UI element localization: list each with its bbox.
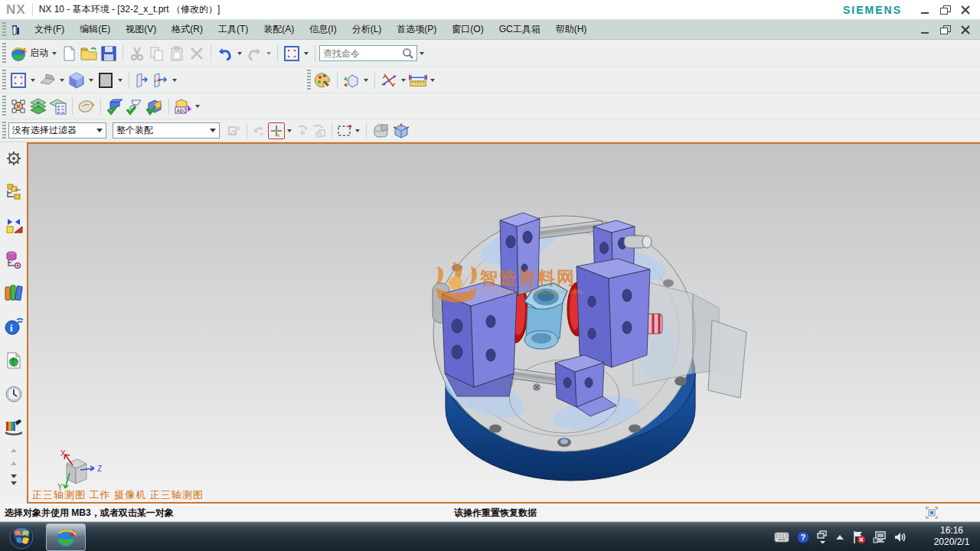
rectangle-select-dropdown-arrow[interactable] [355, 129, 360, 132]
toolbar-grip[interactable] [2, 22, 6, 37]
paste-button-disabled[interactable] [167, 44, 187, 64]
constraint-navigator-icon[interactable] [2, 214, 25, 237]
volume-icon[interactable] [893, 531, 907, 543]
model-clamp-right[interactable] [577, 259, 650, 367]
measure-dropdown-arrow[interactable] [401, 79, 406, 82]
shaded-object-button[interactable] [371, 121, 390, 141]
resource-scroll-up-icon[interactable] [11, 448, 17, 452]
datum-dropdown-arrow[interactable] [172, 79, 177, 82]
prev-selection-disabled[interactable] [251, 122, 268, 139]
shaded-display-button[interactable] [67, 70, 87, 90]
toolbar-grip[interactable] [2, 43, 6, 64]
doc-close-button[interactable] [960, 25, 971, 34]
3d-model-canvas[interactable] [28, 144, 980, 504]
datum-plane-button[interactable] [133, 72, 150, 89]
graphics-window[interactable]: 智造资料网 INTELLIGENT MANUFACTURING DATA X Z… [28, 142, 980, 504]
show-hidden-icons-button[interactable] [835, 533, 845, 541]
touch-mode-button[interactable] [282, 44, 302, 64]
keyboard-layout-icon[interactable] [774, 532, 789, 543]
wave-geometry-button[interactable] [145, 96, 165, 116]
taskbar-clock[interactable]: 16:16 2020/2/1 [928, 525, 975, 548]
background-button[interactable] [96, 70, 116, 90]
datum-csys-button[interactable] [150, 70, 170, 90]
restore-windows-tray-icon[interactable] [817, 530, 828, 544]
background-dropdown-arrow[interactable] [118, 79, 122, 82]
menu-help[interactable]: 帮助(H) [548, 20, 595, 39]
layers-button[interactable] [28, 96, 48, 116]
menu-edit[interactable]: 编辑(E) [72, 20, 118, 39]
help-tray-icon[interactable]: ? [796, 530, 810, 544]
resource-scroll-bottom-icon[interactable] [11, 481, 17, 485]
start-button[interactable] [6, 524, 37, 550]
menu-format[interactable]: 格式(R) [164, 20, 211, 39]
action-center-flag-icon[interactable] [852, 530, 866, 544]
menu-gc-toolbox[interactable]: GC工具箱 [492, 20, 548, 39]
web-browser-icon[interactable] [2, 349, 25, 372]
delete-button-disabled[interactable] [187, 44, 207, 64]
new-file-button[interactable] [59, 44, 79, 64]
model-top-right-pin[interactable] [624, 236, 652, 248]
rotate-point-disabled[interactable] [294, 122, 311, 139]
cut-button-disabled[interactable] [127, 44, 147, 64]
start-menu-label[interactable]: 启动 [30, 47, 48, 60]
edit-object-display-button[interactable]: ABC [173, 96, 193, 116]
start-globe-icon[interactable] [8, 44, 28, 64]
close-button[interactable] [960, 5, 971, 15]
edit-display-dropdown-arrow[interactable] [195, 105, 200, 108]
doc-minimize-button[interactable] [920, 25, 931, 34]
assembly-constraints-button[interactable] [105, 96, 125, 116]
start-dropdown-arrow[interactable] [52, 52, 57, 55]
fit-view-dropdown-arrow[interactable] [31, 79, 35, 82]
orient-view-dropdown-arrow[interactable] [60, 79, 64, 82]
wireframe-cube-button[interactable] [390, 121, 410, 141]
toolbar-grip[interactable] [2, 96, 6, 116]
model-clamp-top-left[interactable] [500, 213, 540, 295]
distance-ruler-button[interactable] [408, 70, 428, 90]
hd3d-tools-icon[interactable]: i [2, 315, 25, 338]
show-hide-dropdown-arrow[interactable] [364, 79, 368, 82]
resource-scroll-down-icon[interactable] [11, 474, 17, 478]
status-fit-window-icon[interactable] [925, 506, 939, 520]
toolbar-grip[interactable] [2, 70, 6, 90]
assembly-navigator-icon[interactable] [2, 181, 25, 204]
resource-scroll-up2-icon[interactable] [11, 461, 17, 465]
undo-dropdown-arrow[interactable] [237, 52, 242, 55]
component-select-disabled[interactable] [311, 122, 328, 139]
mirror-assembly-button[interactable] [125, 96, 145, 116]
orient-view-button[interactable] [38, 70, 57, 90]
menu-information[interactable]: 信息(I) [302, 20, 344, 39]
distance-dropdown-arrow[interactable] [430, 79, 435, 82]
menu-tools[interactable]: 工具(T) [211, 20, 256, 39]
search-icon[interactable] [402, 47, 413, 59]
menu-view[interactable]: 视图(V) [118, 20, 164, 39]
measure-button[interactable] [379, 70, 399, 90]
shaded-display-dropdown-arrow[interactable] [89, 79, 93, 82]
layer-settings-button[interactable] [48, 96, 68, 116]
touch-mode-dropdown-arrow[interactable] [304, 52, 309, 55]
minimize-button[interactable] [920, 5, 931, 15]
copy-button-disabled[interactable] [147, 44, 167, 64]
move-component-button[interactable] [8, 96, 28, 116]
undo-button[interactable] [215, 44, 235, 64]
restore-button[interactable] [940, 5, 951, 15]
doc-restore-button[interactable] [940, 25, 951, 34]
fit-view-button[interactable] [8, 70, 28, 90]
taskbar-nx-button[interactable] [46, 523, 86, 551]
process-studio-icon[interactable] [2, 416, 25, 439]
selection-filter-combo[interactable]: 没有选择过滤器 [8, 122, 106, 139]
find-command-input[interactable] [323, 48, 402, 59]
menu-window[interactable]: 窗口(O) [444, 20, 491, 39]
redo-dropdown-arrow[interactable] [266, 52, 271, 55]
menu-analysis[interactable]: 分析(L) [345, 20, 390, 39]
reuse-library-icon[interactable] [2, 282, 25, 305]
annotation-note-button[interactable] [77, 96, 96, 116]
find-command-box[interactable] [319, 45, 417, 61]
toolbar-grip[interactable] [2, 122, 6, 139]
rectangle-select-button[interactable] [336, 122, 353, 139]
find-dropdown-arrow[interactable] [420, 52, 424, 55]
network-icon[interactable] [873, 531, 887, 543]
highlight-assembly-disabled[interactable] [226, 122, 243, 139]
menu-preferences[interactable]: 首选项(P) [389, 20, 444, 39]
menu-assembly[interactable]: 装配(A) [256, 20, 302, 39]
roles-gear-icon[interactable] [2, 147, 25, 170]
